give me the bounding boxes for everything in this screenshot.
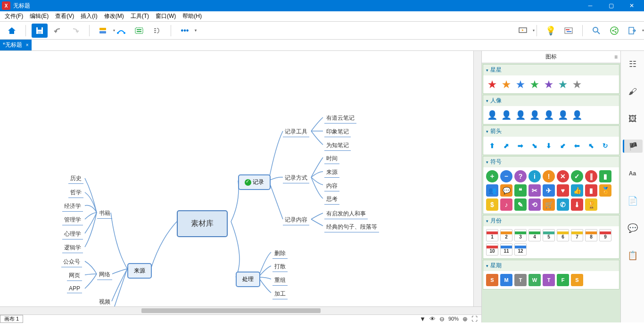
- symbol-icon[interactable]: ✕: [557, 170, 569, 182]
- relationship-button[interactable]: [113, 24, 129, 38]
- node-app[interactable]: APP: [67, 284, 82, 293]
- node-network[interactable]: 网络: [97, 270, 112, 280]
- arrow-left-icon[interactable]: ⬅: [571, 140, 583, 152]
- symbol-icon[interactable]: ✈: [543, 184, 555, 197]
- month-1-icon[interactable]: 1: [486, 229, 498, 241]
- node-youdao[interactable]: 有道云笔记: [324, 113, 356, 124]
- node-philosophy[interactable]: 哲学: [68, 188, 83, 198]
- task-icon[interactable]: 📋: [626, 249, 639, 262]
- node-web[interactable]: 网页: [67, 271, 82, 281]
- topic-button[interactable]: ▾: [95, 24, 111, 38]
- visibility-icon[interactable]: 👁: [429, 315, 436, 322]
- node-scatter[interactable]: 打散: [272, 262, 288, 272]
- arrow-right-icon[interactable]: ➡: [514, 140, 527, 152]
- menu-modify[interactable]: 修改(M): [101, 11, 127, 21]
- star-teal-icon[interactable]: ★: [557, 78, 569, 91]
- close-button[interactable]: ✕: [621, 0, 642, 11]
- week-4-icon[interactable]: T: [543, 274, 555, 286]
- month-10-icon[interactable]: 10: [486, 243, 498, 256]
- node-classic[interactable]: 经典的句子、段落等: [324, 222, 379, 232]
- fit-button[interactable]: ⛶: [471, 315, 478, 322]
- gantt-button[interactable]: [561, 24, 577, 38]
- idea-button[interactable]: 💡: [543, 24, 559, 38]
- symbol-icon[interactable]: ▮: [599, 170, 611, 182]
- symbol-icon[interactable]: ▮: [585, 184, 597, 197]
- symbol-icon[interactable]: ?: [514, 170, 527, 182]
- symbol-icon[interactable]: ♥: [557, 184, 569, 197]
- symbol-icon[interactable]: i: [528, 170, 541, 182]
- save-button[interactable]: [32, 24, 48, 38]
- node-way-source[interactable]: 来源: [324, 167, 339, 178]
- symbol-icon[interactable]: ✂: [528, 184, 541, 197]
- month-11-icon[interactable]: 11: [500, 243, 512, 256]
- month-6-icon[interactable]: 6: [557, 229, 569, 241]
- person-red-icon[interactable]: 👤: [486, 109, 498, 121]
- menu-window[interactable]: 窗口(W): [153, 11, 179, 21]
- star-purple-icon[interactable]: ★: [543, 78, 555, 91]
- person-blue-icon[interactable]: 👤: [514, 109, 527, 121]
- month-7-icon[interactable]: 7: [571, 229, 583, 241]
- more-button[interactable]: •••▾: [177, 24, 193, 38]
- month-3-icon[interactable]: 3: [514, 229, 527, 241]
- section-arrows[interactable]: 箭头: [483, 126, 619, 137]
- node-management[interactable]: 管理学: [62, 215, 83, 225]
- horizontal-scrollbar[interactable]: [0, 306, 481, 314]
- presentation-button[interactable]: ▾: [515, 24, 531, 38]
- comments-icon[interactable]: 💬: [626, 222, 639, 235]
- outline-icon[interactable]: ☷: [626, 58, 639, 71]
- home-button[interactable]: [4, 24, 20, 38]
- symbol-icon[interactable]: $: [486, 198, 498, 211]
- arrow-downright-icon[interactable]: ⬊: [528, 140, 541, 152]
- week-6-icon[interactable]: S: [571, 274, 583, 286]
- node-yinxiang[interactable]: 印象笔记: [324, 127, 351, 137]
- menu-edit[interactable]: 编辑(E): [27, 11, 51, 21]
- node-history[interactable]: 历史: [68, 173, 83, 184]
- node-craft[interactable]: 加工: [272, 289, 288, 299]
- menu-help[interactable]: 帮助(H): [180, 11, 205, 21]
- undo-button[interactable]: [50, 24, 66, 38]
- node-record[interactable]: 记录: [238, 174, 271, 190]
- mindmap-canvas[interactable]: 素材库 来源 书籍 历史 哲学 经济学 管理学 心理学 逻辑学 网络 公众号 网…: [0, 51, 473, 306]
- week-5-icon[interactable]: F: [557, 274, 569, 286]
- symbol-icon[interactable]: ‖: [585, 170, 597, 182]
- symbol-icon[interactable]: ✎: [514, 198, 527, 211]
- menu-tools[interactable]: 工具(T): [128, 11, 152, 21]
- arrow-upleft-icon[interactable]: ⬉: [585, 140, 597, 152]
- section-stars[interactable]: 星星: [483, 65, 619, 75]
- week-0-icon[interactable]: S: [486, 274, 498, 286]
- arrow-downleft-icon[interactable]: ⬋: [557, 140, 569, 152]
- node-logic[interactable]: 逻辑学: [62, 243, 83, 253]
- month-2-icon[interactable]: 2: [500, 229, 512, 241]
- share-button[interactable]: [606, 24, 622, 38]
- month-5-icon[interactable]: 5: [543, 229, 555, 241]
- node-books[interactable]: 书籍: [97, 208, 112, 219]
- zoom-in-button[interactable]: ⊕: [462, 315, 468, 322]
- menu-file[interactable]: 文件(F): [2, 11, 26, 21]
- symbol-icon[interactable]: ♪: [500, 198, 512, 211]
- document-tab[interactable]: *无标题 ×: [0, 40, 32, 50]
- font-icon[interactable]: Aa: [626, 167, 639, 180]
- boundary-button[interactable]: [131, 24, 147, 38]
- month-4-icon[interactable]: 4: [528, 229, 541, 241]
- symbol-icon[interactable]: ✓: [571, 170, 583, 182]
- node-source[interactable]: 来源: [127, 263, 152, 279]
- node-delete[interactable]: 删除: [272, 248, 288, 259]
- symbol-icon[interactable]: ＋: [486, 170, 498, 182]
- node-psychology[interactable]: 心理学: [62, 229, 83, 239]
- node-official[interactable]: 公众号: [61, 257, 82, 267]
- node-inspire[interactable]: 有启发的人和事: [324, 209, 368, 219]
- node-process[interactable]: 处理: [236, 272, 260, 287]
- month-8-icon[interactable]: 8: [585, 229, 597, 241]
- notes-icon[interactable]: 📄: [626, 194, 639, 207]
- arrow-upright-icon[interactable]: ⬈: [500, 140, 512, 152]
- month-12-icon[interactable]: 12: [514, 243, 527, 256]
- arrow-down-icon[interactable]: ⬇: [543, 140, 555, 152]
- export-button[interactable]: ▾: [624, 24, 640, 38]
- vertical-scrollbar[interactable]: [473, 51, 481, 306]
- menu-view[interactable]: 查看(V): [52, 11, 77, 21]
- arrow-refresh-icon[interactable]: ↻: [599, 140, 611, 152]
- star-red-icon[interactable]: ★: [486, 78, 498, 91]
- star-gray-icon[interactable]: ★: [571, 78, 583, 91]
- markers-icon[interactable]: 🏴: [623, 140, 643, 153]
- symbol-icon[interactable]: 💬: [500, 184, 512, 197]
